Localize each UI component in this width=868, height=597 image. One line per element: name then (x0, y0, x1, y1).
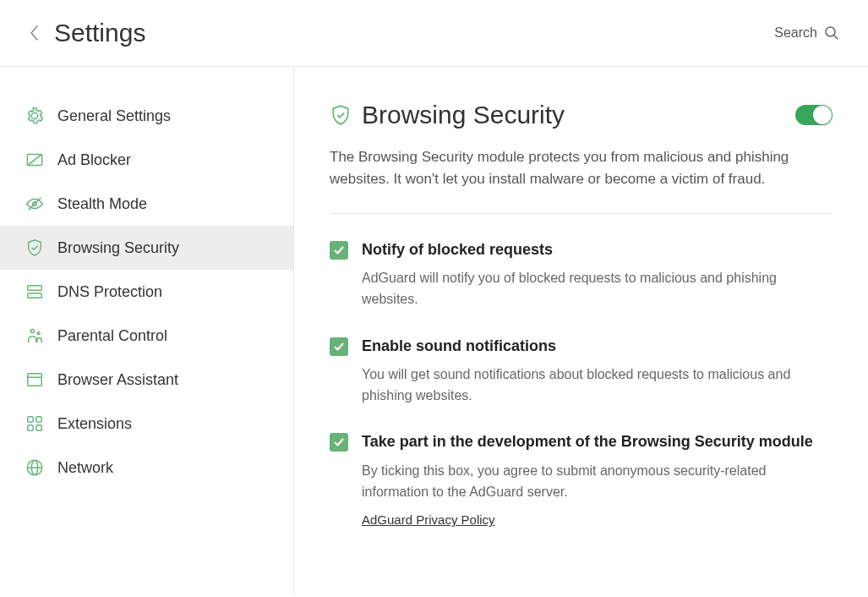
sidebar-item-dns-protection[interactable]: DNS Protection (0, 270, 293, 314)
svg-rect-16 (28, 425, 33, 430)
option-content: Enable sound notifications You will get … (362, 336, 833, 407)
svg-point-11 (37, 332, 40, 335)
stealth-icon (25, 194, 44, 213)
sidebar-item-browsing-security[interactable]: Browsing Security (0, 226, 293, 270)
sidebar-item-stealth-mode[interactable]: Stealth Mode (0, 182, 293, 226)
check-icon (333, 244, 345, 256)
main-title: Browsing Security (362, 101, 565, 129)
main-panel: Browsing Security The Browsing Security … (294, 67, 868, 594)
privacy-policy-link[interactable]: AdGuard Privacy Policy (362, 512, 495, 527)
parental-icon (25, 326, 44, 345)
option-desc: You will get sound notifications about b… (362, 364, 833, 407)
option-content: Take part in the development of the Brow… (362, 431, 833, 528)
option-title: Notify of blocked requests (362, 239, 833, 260)
svg-rect-17 (36, 425, 41, 430)
sidebar-item-network[interactable]: Network (0, 446, 293, 490)
main-title-wrap: Browsing Security (330, 101, 565, 129)
sidebar-item-label: Ad Blocker (57, 151, 131, 169)
option-desc: AdGuard will notify you of blocked reque… (362, 268, 833, 310)
search-icon (824, 25, 839, 41)
option-title: Enable sound notifications (362, 336, 833, 356)
search-button[interactable]: Search (774, 25, 839, 41)
sidebar-item-label: Parental Control (57, 327, 167, 345)
svg-rect-12 (28, 374, 42, 386)
ad-blocker-icon (25, 151, 44, 169)
sidebar: General Settings Ad Blocker Stealth Mode… (0, 67, 294, 594)
shield-icon (330, 104, 352, 126)
back-button[interactable] (29, 25, 39, 41)
svg-rect-7 (28, 293, 42, 298)
option-desc: By ticking this box, you agree to submit… (362, 461, 833, 503)
browser-icon (25, 370, 44, 389)
toggle-knob (813, 106, 832, 124)
sidebar-item-label: Browser Assistant (57, 371, 178, 389)
main-header: Browsing Security (330, 101, 833, 129)
option-title: Take part in the development of the Brow… (362, 431, 833, 452)
dns-icon (25, 282, 44, 301)
sidebar-item-label: General Settings (57, 107, 171, 125)
header-left: Settings (29, 19, 145, 47)
checkbox-development[interactable] (330, 433, 348, 452)
option-development: Take part in the development of the Brow… (330, 431, 833, 528)
extensions-icon (25, 414, 44, 433)
checkbox-sound[interactable] (330, 337, 348, 356)
sidebar-item-label: Browsing Security (57, 239, 179, 257)
divider (330, 213, 833, 214)
svg-rect-14 (28, 417, 33, 422)
check-icon (333, 436, 345, 448)
sidebar-item-label: DNS Protection (57, 283, 162, 301)
sidebar-item-label: Stealth Mode (57, 195, 147, 213)
main-description: The Browsing Security module protects yo… (330, 146, 833, 191)
shield-icon (25, 238, 44, 257)
chevron-left-icon (29, 25, 39, 41)
sidebar-item-label: Extensions (57, 415, 132, 433)
sidebar-item-general-settings[interactable]: General Settings (0, 94, 293, 138)
sidebar-item-parental-control[interactable]: Parental Control (0, 314, 293, 358)
header: Settings Search (0, 0, 868, 67)
svg-rect-15 (36, 417, 41, 422)
svg-point-0 (826, 27, 835, 36)
sidebar-item-ad-blocker[interactable]: Ad Blocker (0, 138, 293, 182)
gear-icon (25, 107, 44, 125)
check-icon (333, 341, 345, 353)
option-sound-notifications: Enable sound notifications You will get … (330, 336, 833, 407)
svg-line-3 (28, 155, 42, 166)
option-notify-blocked: Notify of blocked requests AdGuard will … (330, 239, 833, 310)
page-title: Settings (54, 19, 145, 47)
svg-line-1 (834, 36, 838, 39)
sidebar-item-label: Network (57, 459, 113, 477)
sidebar-item-extensions[interactable]: Extensions (0, 402, 293, 446)
svg-rect-6 (28, 286, 42, 291)
body: General Settings Ad Blocker Stealth Mode… (0, 67, 868, 594)
module-toggle[interactable] (795, 105, 833, 125)
svg-point-8 (30, 288, 30, 288)
search-label: Search (774, 25, 817, 41)
sidebar-item-browser-assistant[interactable]: Browser Assistant (0, 358, 293, 402)
checkbox-notify[interactable] (330, 241, 348, 260)
svg-point-10 (30, 329, 34, 332)
globe-icon (25, 458, 44, 477)
svg-point-9 (30, 295, 30, 296)
option-content: Notify of blocked requests AdGuard will … (362, 239, 833, 310)
